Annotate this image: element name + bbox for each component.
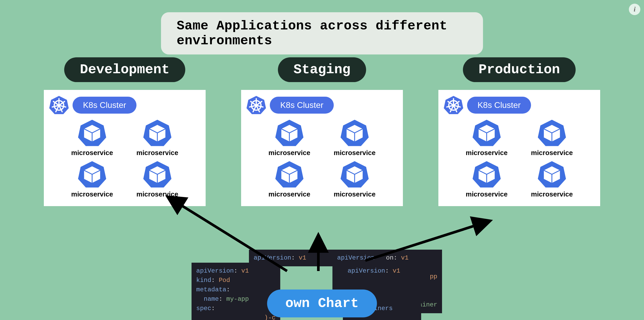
cluster-box-development: K8s Cluster microservice microservice mi… (44, 90, 206, 206)
microservice-grid: microservice microservice microservice m… (49, 119, 200, 198)
cube-icon (340, 119, 369, 147)
cluster-label: K8s Cluster (270, 97, 334, 114)
info-icon[interactable]: i (629, 4, 640, 15)
yaml-window-front: apiVersion: v1 kind: Pod metadata: name:… (192, 263, 280, 320)
microservice-label: microservice (466, 190, 508, 198)
cube-icon (78, 160, 106, 189)
env-development: Development K8s Cluster (44, 57, 206, 206)
cluster-box-production: K8s Cluster microservice microservice mi… (438, 90, 600, 206)
cluster-header: K8s Cluster (49, 95, 200, 115)
microservice-item: microservice (524, 160, 579, 198)
microservice-label: microservice (531, 149, 573, 157)
cube-icon (143, 119, 172, 147)
microservice-item: microservice (262, 119, 317, 157)
kubernetes-icon (246, 95, 266, 115)
env-staging: Staging K8s Cluster (241, 57, 403, 206)
cube-icon (340, 160, 369, 189)
microservice-label: microservice (269, 149, 310, 157)
cube-icon (78, 119, 106, 147)
cluster-box-staging: K8s Cluster microservice microservice mi… (241, 90, 403, 206)
microservice-item: microservice (130, 160, 185, 198)
environments-row: Development K8s Cluster (0, 57, 644, 206)
cluster-label: K8s Cluster (73, 97, 136, 114)
own-chart-pill: own Chart (267, 290, 377, 317)
yaml-code-stack: apiVersion: v1 apiVersion on: v1 pp -app… (192, 250, 452, 320)
microservice-label: microservice (136, 149, 178, 157)
env-pill-staging: Staging (278, 57, 366, 82)
microservice-item: microservice (65, 160, 120, 198)
microservice-label: microservice (466, 149, 508, 157)
microservice-item: microservice (459, 119, 514, 157)
cube-icon (472, 119, 501, 147)
cube-icon (275, 160, 304, 189)
microservice-item: microservice (459, 160, 514, 198)
microservice-grid: microservice microservice microservice m… (444, 119, 595, 198)
microservice-item: microservice (524, 119, 579, 157)
kubernetes-icon (444, 95, 463, 115)
cube-icon (275, 119, 304, 147)
env-pill-development: Development (64, 57, 185, 82)
microservice-label: microservice (334, 149, 375, 157)
microservice-item: microservice (130, 119, 185, 157)
microservice-item: microservice (327, 160, 382, 198)
cluster-header: K8s Cluster (246, 95, 398, 115)
microservice-item: microservice (65, 119, 120, 157)
env-production: Production K8s Cluster (438, 57, 600, 206)
microservice-grid: microservice microservice microservice m… (246, 119, 398, 198)
microservice-label: microservice (136, 190, 178, 198)
cube-icon (538, 119, 566, 147)
cube-icon (143, 160, 172, 189)
cube-icon (472, 160, 501, 189)
cube-icon (538, 160, 566, 189)
microservice-label: microservice (531, 190, 573, 198)
microservice-label: microservice (269, 190, 310, 198)
cluster-label: K8s Cluster (467, 97, 531, 114)
microservice-item: microservice (262, 160, 317, 198)
microservice-item: microservice (327, 119, 382, 157)
kubernetes-icon (49, 95, 69, 115)
microservice-label: microservice (334, 190, 375, 198)
title-banner: Same Applications across different envir… (161, 12, 483, 54)
cluster-header: K8s Cluster (444, 95, 595, 115)
env-pill-production: Production (463, 57, 576, 82)
microservice-label: microservice (71, 149, 113, 157)
microservice-label: microservice (71, 190, 113, 198)
